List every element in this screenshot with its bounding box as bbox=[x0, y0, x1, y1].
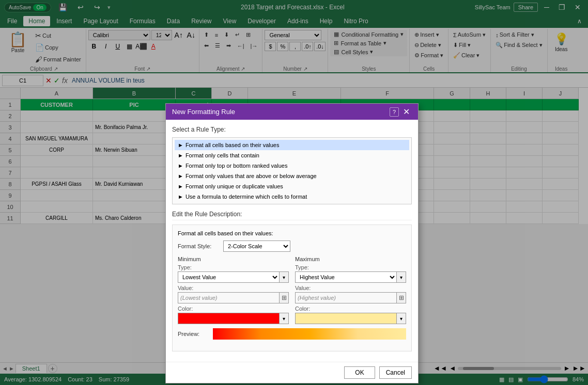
rule-text-4: Format only unique or duplicate values bbox=[185, 183, 283, 189]
rule-arrow-4: ► bbox=[178, 183, 183, 189]
rule-arrow-3: ► bbox=[178, 173, 183, 179]
rule-text-5: Use a formula to determine which cells t… bbox=[185, 194, 307, 200]
format-style-select[interactable]: 2-Color Scale bbox=[223, 240, 290, 252]
color-label-max: Color: bbox=[295, 306, 406, 312]
min-type-arrow[interactable]: ▾ bbox=[280, 271, 289, 283]
maximum-section: Maximum Type: Highest Value ▾ Value: ⊞ C… bbox=[295, 256, 406, 324]
rule-item-4[interactable]: ► Format only unique or duplicate values bbox=[175, 181, 409, 191]
max-value-input[interactable] bbox=[295, 292, 397, 303]
rule-arrow-2: ► bbox=[178, 163, 183, 169]
preview-bar bbox=[213, 328, 406, 340]
format-style-label: Format Style: bbox=[178, 243, 219, 249]
value-label-min: Value: bbox=[178, 285, 289, 291]
dialog-help-button[interactable]: ? bbox=[390, 107, 399, 117]
formatting-rule-dialog: New Formatting Rule ? ✕ Select a Rule Ty… bbox=[165, 103, 419, 383]
min-color-arrow[interactable]: ▾ bbox=[280, 313, 289, 324]
min-value-input[interactable] bbox=[178, 292, 280, 303]
max-color-swatch[interactable] bbox=[295, 313, 397, 324]
dialog-footer: OK Cancel bbox=[166, 362, 418, 383]
min-value-row: ⊞ bbox=[178, 292, 289, 303]
rule-arrow-0: ► bbox=[178, 142, 183, 148]
value-label-max: Value: bbox=[295, 285, 406, 291]
rule-item-3[interactable]: ► Format only values that are above or b… bbox=[175, 171, 409, 181]
edit-description-label: Edit the Rule Description: bbox=[172, 211, 412, 220]
min-type-select[interactable]: Lowest Value bbox=[178, 271, 280, 283]
maximum-label: Maximum bbox=[295, 256, 406, 262]
max-color-arrow[interactable]: ▾ bbox=[397, 313, 406, 324]
dialog-title: New Formatting Rule bbox=[172, 108, 235, 116]
max-type-select[interactable]: Highest Value bbox=[295, 271, 397, 283]
min-color-row: ▾ bbox=[178, 313, 289, 324]
min-type-row: Lowest Value ▾ bbox=[178, 271, 289, 283]
ok-button[interactable]: OK bbox=[344, 366, 375, 379]
format-style-row: Format Style: 2-Color Scale bbox=[178, 240, 406, 252]
rule-text-0: Format all cells based on their values bbox=[185, 142, 280, 148]
dialog-body: Select a Rule Type: ► Format all cells b… bbox=[166, 120, 418, 362]
rule-item-1[interactable]: ► Format only cells that contain bbox=[175, 150, 409, 161]
min-color-swatch[interactable] bbox=[178, 313, 280, 324]
cancel-button[interactable]: Cancel bbox=[379, 366, 412, 379]
color-label-min: Color: bbox=[178, 306, 289, 312]
type-label-min: Type: bbox=[178, 264, 289, 270]
max-value-row: ⊞ bbox=[295, 292, 406, 303]
min-value-button[interactable]: ⊞ bbox=[280, 292, 289, 303]
max-value-button[interactable]: ⊞ bbox=[397, 292, 406, 303]
rule-arrow-1: ► bbox=[178, 152, 183, 158]
min-max-grid: Minimum Type: Lowest Value ▾ Value: ⊞ Co… bbox=[178, 256, 406, 324]
max-color-row: ▾ bbox=[295, 313, 406, 324]
rule-type-label: Select a Rule Type: bbox=[172, 126, 412, 133]
rule-item-0[interactable]: ► Format all cells based on their values bbox=[175, 140, 409, 150]
max-type-row: Highest Value ▾ bbox=[295, 271, 406, 283]
rule-arrow-5: ► bbox=[178, 194, 183, 200]
dialog-controls: ? ✕ bbox=[390, 107, 412, 117]
rule-text-2: Format only top or bottom ranked values bbox=[185, 163, 287, 169]
rule-type-list: ► Format all cells based on their values… bbox=[172, 137, 412, 204]
max-type-arrow[interactable]: ▾ bbox=[397, 271, 406, 283]
minimum-label: Minimum bbox=[178, 256, 289, 262]
rule-text-1: Format only cells that contain bbox=[185, 152, 259, 158]
preview-row: Preview: bbox=[178, 328, 406, 340]
format-all-label: Format all cells based on their values: bbox=[178, 230, 406, 236]
rule-item-5[interactable]: ► Use a formula to determine which cells… bbox=[175, 191, 409, 202]
preview-label: Preview: bbox=[178, 331, 209, 337]
rule-text-3: Format only values that are above or bel… bbox=[185, 173, 317, 179]
rule-item-2[interactable]: ► Format only top or bottom ranked value… bbox=[175, 161, 409, 171]
minimum-section: Minimum Type: Lowest Value ▾ Value: ⊞ Co… bbox=[178, 256, 289, 324]
dialog-titlebar: New Formatting Rule ? ✕ bbox=[166, 104, 418, 120]
type-label-max: Type: bbox=[295, 264, 406, 270]
dialog-close-button[interactable]: ✕ bbox=[401, 107, 412, 117]
